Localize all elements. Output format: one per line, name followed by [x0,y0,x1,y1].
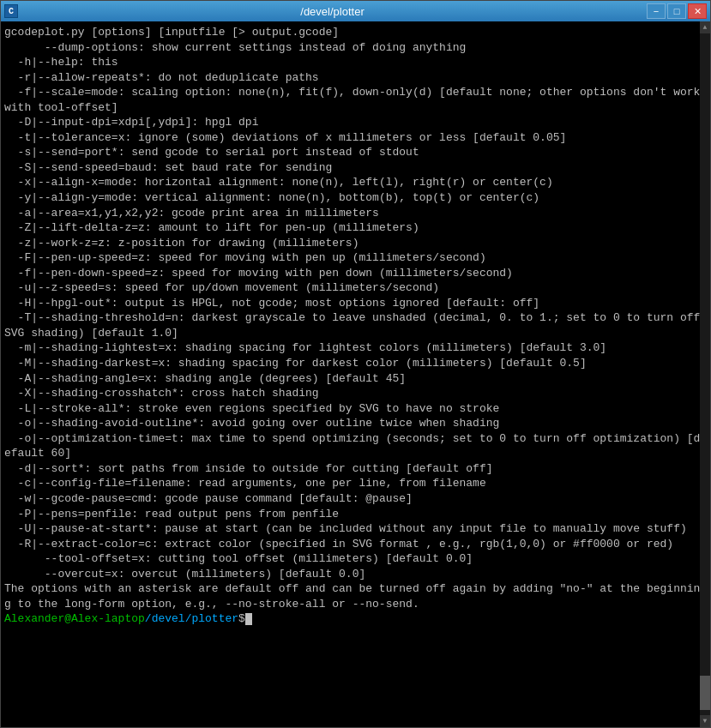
prompt-symbol: $ [238,611,245,627]
close-button[interactable]: ✕ [688,3,707,19]
terminal-body[interactable]: gcodeplot.py [options] [inputfile [> out… [1,21,710,727]
minimize-button[interactable]: − [647,3,666,19]
scrollbar-down-arrow[interactable]: ▼ [700,715,710,727]
scrollbar[interactable]: ▲ ▼ [700,21,710,727]
prompt-user: Alexander@Alex-laptop [4,611,145,627]
terminal-output: gcodeplot.py [options] [inputfile [> out… [4,25,707,611]
window-icon: C [4,4,18,18]
prompt-path: /devel/plotter [145,611,238,627]
window-controls: − □ ✕ [647,3,707,19]
title-bar: C /devel/plotter − □ ✕ [1,1,710,21]
maximize-button[interactable]: □ [667,3,686,19]
window-title: /devel/plotter [18,5,647,18]
terminal-prompt: Alexander@Alex-laptop /devel/plotter $ [4,611,707,627]
scrollbar-thumb[interactable] [700,676,710,710]
terminal-window: C /devel/plotter − □ ✕ gcodeplot.py [opt… [0,0,711,728]
scrollbar-up-arrow[interactable]: ▲ [700,21,710,33]
terminal-cursor [245,613,252,625]
